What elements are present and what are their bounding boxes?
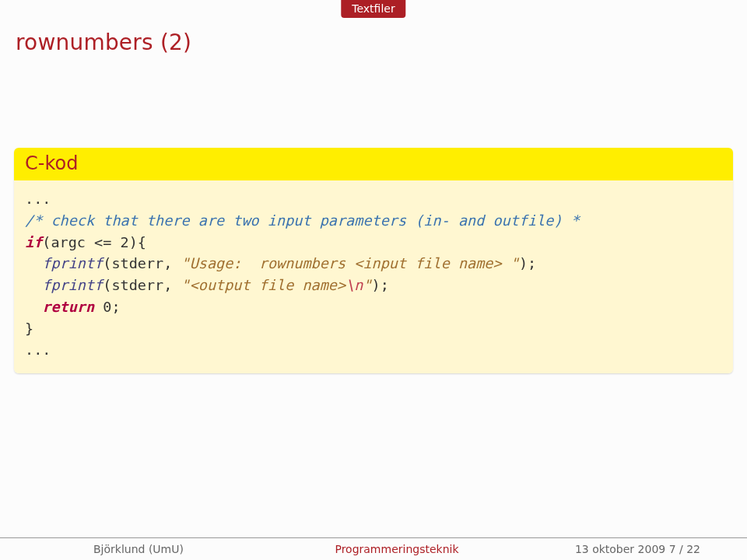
code-text: ); — [372, 277, 389, 293]
code-line: ... — [25, 341, 51, 358]
slide-title: rownumbers (2) — [16, 30, 191, 55]
code-text: (stderr, — [103, 277, 181, 293]
code-text: ); — [519, 255, 536, 271]
code-block: C-kod ... /* check that there are two in… — [14, 148, 733, 373]
footer-course: Programmeringsteknik — [296, 543, 498, 555]
code-text: 0; — [94, 299, 120, 315]
code-line: ... — [25, 191, 51, 207]
code-string: "Usage: rownumbers <input file name> " — [181, 255, 519, 271]
code-keyword: if — [25, 234, 42, 250]
code-escape: \n — [345, 277, 363, 293]
code-comment: /* check that there are two input parame… — [25, 212, 580, 229]
code-func: fprintf — [42, 277, 103, 293]
code-func: fprintf — [42, 255, 103, 271]
code-string: " — [363, 277, 371, 293]
code-text: (argc <= 2){ — [42, 234, 146, 250]
footer-author: Björklund (UmU) — [0, 543, 296, 555]
code-listing: ... /* check that there are two input pa… — [25, 188, 722, 361]
section-tab: Textfiler — [341, 0, 405, 18]
footer: Björklund (UmU) Programmeringsteknik 13 … — [0, 537, 747, 560]
block-body: ... /* check that there are two input pa… — [14, 180, 733, 373]
footer-page: 13 oktober 2009 7 / 22 — [498, 543, 747, 555]
code-string: "<output file name> — [181, 277, 346, 293]
code-text: (stderr, — [103, 255, 181, 271]
code-keyword: return — [42, 299, 94, 315]
block-title: C-kod — [14, 148, 733, 180]
code-line: } — [25, 320, 33, 337]
